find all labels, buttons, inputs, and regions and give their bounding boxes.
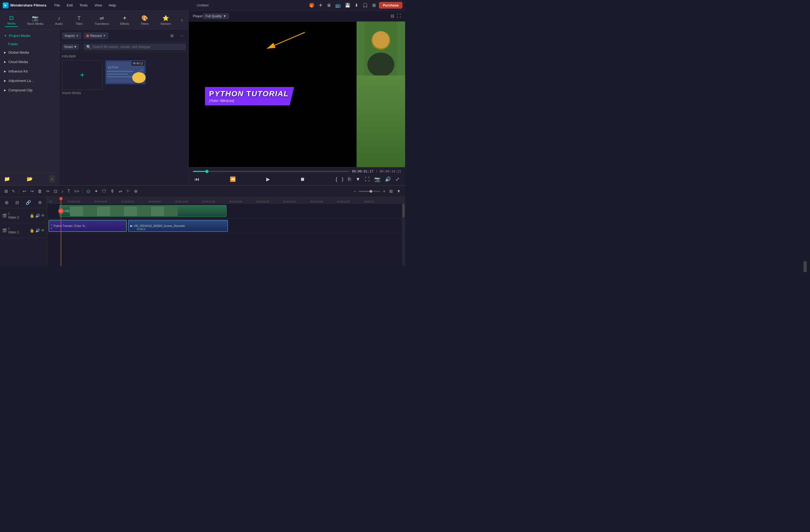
track-settings-icon[interactable]: ⚙ <box>38 200 42 205</box>
screenshot-button[interactable]: 📷 <box>373 176 382 183</box>
track1-lock-icon[interactable]: 🔒 <box>30 228 34 233</box>
more-options-button[interactable]: ··· <box>178 32 186 39</box>
scene-detect-button[interactable]: ⊞ <box>3 187 10 195</box>
menu-edit[interactable]: Edit <box>64 2 75 9</box>
gift-icon[interactable]: 🎁 <box>308 2 315 9</box>
step-back-button[interactable]: ⏮ <box>193 176 201 183</box>
zoom-out-button[interactable]: − <box>352 188 357 195</box>
toolbar-effects[interactable]: ✦ Effects <box>118 14 131 27</box>
select-tool-button[interactable]: ↖ <box>10 187 17 195</box>
trim-button[interactable]: ⊡ <box>52 187 59 195</box>
sidebar-item-influence-kit[interactable]: ▶ Influence Kit <box>0 67 59 76</box>
frame-back-button[interactable]: ⏪ <box>228 176 237 183</box>
mark-in-button[interactable]: { <box>334 176 339 183</box>
import-button[interactable]: Import ▼ <box>62 32 81 39</box>
menu-help[interactable]: Help <box>106 2 119 9</box>
logo-icon: ▶ <box>3 2 9 9</box>
timeline-ruler: :00 00:00:02:00 00:00:04:00 00:00:06:00 … <box>47 197 402 204</box>
zoom-slider[interactable] <box>359 191 380 192</box>
track2-volume-icon[interactable]: 🔊 <box>35 214 40 218</box>
collapse-sidebar-button[interactable]: ‹ <box>49 176 55 182</box>
sidebar-item-global-media[interactable]: ▶ Global Media <box>0 48 59 57</box>
clip-title[interactable]: T Python Tutorial / {Tutor: N... ♥ <box>49 220 127 232</box>
record-track-button[interactable]: ⊙ <box>85 187 92 195</box>
toolbar-titles[interactable]: T Titles <box>72 14 86 27</box>
save-icon[interactable]: 💾 <box>344 2 352 9</box>
thumb-frame <box>124 206 137 216</box>
vscroll-thumb[interactable] <box>402 204 405 217</box>
clip-video2-camera[interactable]: ▶ VID_20241010_063504_Camera <box>59 205 227 217</box>
tl-grid-icon[interactable]: ⊞ <box>388 187 394 195</box>
toolbar-stock-media[interactable]: 📷 Stock Media <box>25 14 46 27</box>
sidebar-folder-item[interactable]: Folder <box>0 40 59 48</box>
record-button[interactable]: Record ▼ <box>84 32 109 39</box>
insert-clip-button[interactable]: ⊕ <box>132 187 139 195</box>
import-media-box[interactable]: + <box>62 60 102 90</box>
text-button[interactable]: T <box>66 188 72 195</box>
tl-more-button[interactable]: ▼ <box>395 188 402 195</box>
shield-button[interactable]: 🛡 <box>100 188 108 195</box>
track2-visibility-icon[interactable]: 👁 <box>41 214 45 218</box>
sidebar-item-adjustment-layer[interactable]: ▶ Adjustment La... <box>0 76 59 85</box>
split-button[interactable]: ⇌ <box>117 187 124 195</box>
audio-button[interactable]: ♪ <box>60 188 65 195</box>
sidebar-item-cloud-media[interactable]: ▶ Cloud Media <box>0 57 59 67</box>
expand-button[interactable]: ⤢ <box>394 176 401 183</box>
group-track-icon[interactable]: ⊟ <box>15 200 19 205</box>
sidebar-item-compound-clip[interactable]: ▶ Compound Clip <box>0 85 59 95</box>
track1-visibility-icon[interactable]: 👁 <box>41 228 45 233</box>
more-toolbar-button[interactable]: › <box>180 16 184 24</box>
ruler-mark-22: 00:00:22:00 <box>337 200 350 203</box>
fullscreen-ctrl-button[interactable]: ⛶ <box>363 176 371 183</box>
add-folder-icon[interactable]: 📂 <box>27 176 33 182</box>
zoom-in-button[interactable]: + <box>382 188 387 195</box>
mic-button[interactable]: 🎙 <box>109 188 116 195</box>
sidebar-nav: ▼ Project Media Folder ▶ Global Media ▶ … <box>0 30 59 172</box>
clip-screen-recorder[interactable]: ▶ VID_20241010_063504_Screen_Recorder <box>128 220 228 232</box>
display-icon[interactable]: 📺 <box>334 2 342 9</box>
send-icon[interactable]: ✈ <box>318 2 323 9</box>
sidebar-item-project-media[interactable]: ▼ Project Media <box>0 31 59 40</box>
delete-button[interactable]: 🗑 <box>36 188 44 195</box>
monitor-icon[interactable]: 🖥 <box>326 2 332 9</box>
toolbar-media[interactable]: ⊡ Media <box>4 13 18 27</box>
search-input[interactable] <box>93 45 183 49</box>
smart-select[interactable]: Smart ▼ <box>62 44 79 50</box>
grid-icon[interactable]: ⊞ <box>371 2 377 9</box>
media-thumbnail[interactable]: python 00:00:12 <box>105 60 146 98</box>
purchase-button[interactable]: Purchase <box>379 2 402 9</box>
fullscreen-icon[interactable]: ⛶ <box>397 14 401 19</box>
toolbar-filters[interactable]: 🎨 Filters <box>138 14 151 27</box>
toolbar-audio[interactable]: ♪ Audio <box>52 14 66 27</box>
add-track-icon[interactable]: ⊞ <box>5 200 9 205</box>
track1-volume-icon[interactable]: 🔊 <box>35 228 40 233</box>
stickers-label: Stickers <box>161 22 171 25</box>
menu-file[interactable]: File <box>51 2 63 9</box>
filter-button[interactable]: ⊜ <box>168 32 176 39</box>
new-folder-icon[interactable]: 📁 <box>4 176 10 182</box>
download-icon[interactable]: ⬇ <box>354 2 359 9</box>
quality-selector[interactable]: Full Quality ▼ <box>203 13 229 19</box>
insert-button[interactable]: ⎘ <box>346 176 353 183</box>
forward-button[interactable]: >> <box>72 188 81 195</box>
menu-tools[interactable]: Tools <box>77 2 91 9</box>
progress-bar[interactable] <box>193 171 349 172</box>
mark-out-button[interactable]: } <box>340 176 345 183</box>
link-icon[interactable]: 🔗 <box>26 200 31 205</box>
cut-button[interactable]: ✂ <box>45 187 51 195</box>
dropdown-ctrl-icon[interactable]: ▼ <box>354 176 362 183</box>
play-button[interactable]: ▶ <box>264 176 272 183</box>
headphones-icon[interactable]: 🎧 <box>361 2 369 9</box>
stop-button[interactable]: ⏹ <box>298 176 307 183</box>
toolbar-transitions[interactable]: ⇌ Transitions <box>93 14 111 27</box>
undo-button[interactable]: ↩ <box>21 187 28 195</box>
menu-view[interactable]: View <box>92 2 105 9</box>
redo-button[interactable]: ↪ <box>29 187 35 195</box>
split-view-icon[interactable]: ⊟ <box>391 14 394 19</box>
volume-button[interactable]: 🔊 <box>383 176 392 183</box>
fx-button[interactable]: ✦ <box>93 187 99 195</box>
toolbar-stickers[interactable]: ⭐ Stickers <box>158 14 173 27</box>
track2-lock-icon[interactable]: 🔒 <box>30 214 34 218</box>
sticker-button[interactable]: ⚐ <box>125 187 132 195</box>
subtitle-text: {Tutor: NitroLex} <box>209 99 289 103</box>
